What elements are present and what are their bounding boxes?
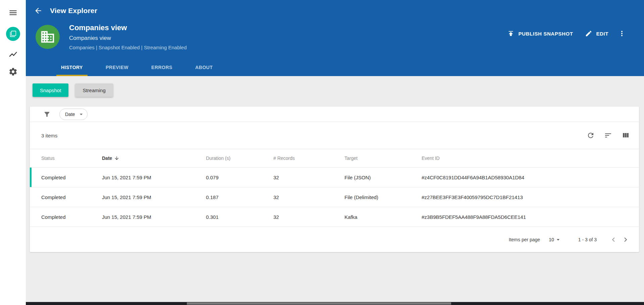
table-row[interactable]: Completed Jun 15, 2021 7:59 PM 0.187 32 … — [30, 187, 639, 207]
content-area: Snapshot Streaming Date 3 items — [26, 76, 644, 305]
column-label: # Records — [273, 156, 295, 161]
page-title: View Explorer — [50, 7, 97, 15]
chevron-right-icon — [621, 235, 630, 244]
cell-status: Completed — [30, 168, 102, 187]
more-options-button[interactable] — [616, 26, 628, 41]
table-row[interactable]: Completed Jun 15, 2021 7:59 PM 0.079 32 … — [30, 168, 639, 187]
history-table: Status Date Duration (s) # Records Targe… — [30, 149, 639, 227]
funnel-icon — [43, 111, 51, 118]
tab-errors[interactable]: ERRORS — [147, 59, 177, 76]
back-button[interactable] — [31, 4, 45, 18]
sort-button[interactable] — [602, 129, 614, 141]
kebab-menu-icon — [618, 29, 626, 38]
edit-button[interactable]: EDIT — [580, 26, 613, 41]
tab-preview[interactable]: PREVIEW — [101, 59, 133, 76]
back-arrow-icon — [34, 6, 43, 15]
pencil-icon — [585, 30, 592, 37]
chevron-down-icon — [78, 111, 85, 118]
filter-button[interactable] — [43, 111, 51, 118]
view-columns-icon — [622, 131, 630, 139]
view-info: Companies view Companies view Companies … — [69, 21, 187, 50]
snapshot-toggle-button[interactable]: Snapshot — [33, 83, 68, 97]
building-icon — [40, 29, 55, 45]
items-per-page-label: Items per page — [509, 237, 540, 242]
cell-date: Jun 15, 2021 7:59 PM — [102, 168, 206, 187]
trending-chart-icon — [8, 50, 18, 59]
app-sidebar — [0, 0, 26, 305]
page-range: 1 - 3 of 3 — [578, 237, 597, 242]
sidebar-item-settings[interactable] — [6, 64, 20, 79]
view-meta: Companies | Snapshot Enabled | Streaming… — [69, 45, 187, 50]
paginator: Items per page 10 1 - 3 of 3 — [30, 227, 639, 252]
app-logo[interactable] — [6, 27, 20, 41]
sidebar-item-activity[interactable] — [6, 47, 20, 62]
history-mode-toggle: Snapshot Streaming — [33, 83, 639, 97]
cell-event-id: #z27BEE3FF3E3F40059795DC7D1BF21413 — [421, 187, 639, 207]
column-header-event-id[interactable]: Event ID — [421, 149, 639, 168]
column-label: Status — [41, 156, 55, 161]
header-actions: PUBLISH SNAPSHOT EDIT — [502, 21, 628, 41]
cell-target: File (JSON) — [344, 168, 421, 187]
scrollbar-thumb[interactable] — [187, 302, 451, 305]
date-filter-chip[interactable]: Date — [59, 109, 88, 120]
column-header-date[interactable]: Date — [102, 149, 206, 168]
cell-event-id: #z3B9B5FDEF5AA488F9A88FDA5D6CEE141 — [421, 207, 639, 227]
sort-desc-arrow-icon — [114, 156, 119, 161]
filter-bar: Date — [30, 107, 639, 122]
tab-about[interactable]: ABOUT — [191, 59, 217, 76]
view-summary: Companies view Companies view Companies … — [26, 21, 644, 59]
cell-records: 32 — [273, 187, 344, 207]
refresh-icon — [587, 131, 595, 139]
cell-date: Jun 15, 2021 7:59 PM — [102, 207, 206, 227]
edit-label: EDIT — [596, 31, 608, 37]
column-header-status[interactable]: Status — [30, 149, 102, 168]
hamburger-icon — [8, 8, 18, 17]
refresh-button[interactable] — [585, 129, 597, 141]
views-logo-icon — [10, 30, 16, 37]
column-label: Date — [102, 156, 112, 161]
column-header-duration[interactable]: Duration (s) — [206, 149, 273, 168]
cell-status: Completed — [30, 187, 102, 207]
cell-duration: 0.301 — [206, 207, 273, 227]
hamburger-menu-button[interactable] — [6, 5, 20, 20]
cell-target: File (Delimited) — [344, 187, 421, 207]
cell-duration: 0.187 — [206, 187, 273, 207]
sort-icon — [604, 131, 612, 139]
items-count: 3 items — [41, 133, 57, 138]
view-title: Companies view — [69, 23, 187, 32]
next-page-button[interactable] — [620, 234, 632, 246]
column-label: Target — [344, 156, 358, 161]
tab-history[interactable]: HISTORY — [56, 59, 88, 76]
publish-snapshot-button[interactable]: PUBLISH SNAPSHOT — [502, 26, 578, 41]
chevron-left-icon — [609, 235, 618, 244]
publish-icon — [507, 30, 515, 37]
view-avatar — [36, 25, 60, 49]
column-label: Event ID — [422, 156, 440, 161]
horizontal-scrollbar[interactable] — [0, 302, 644, 305]
column-label: Duration (s) — [206, 156, 230, 161]
cell-date: Jun 15, 2021 7:59 PM — [102, 187, 206, 207]
tab-bar: HISTORY PREVIEW ERRORS ABOUT — [26, 59, 644, 76]
prev-page-button[interactable] — [607, 234, 620, 246]
streaming-toggle-button[interactable]: Streaming — [75, 83, 113, 97]
column-header-target[interactable]: Target — [344, 149, 421, 168]
main-area: View Explorer Companies view Companies v… — [26, 0, 644, 305]
items-per-page-value: 10 — [549, 237, 554, 242]
chevron-down-icon — [555, 236, 561, 243]
table-toolbar: 3 items — [30, 122, 639, 149]
cell-duration: 0.079 — [206, 168, 273, 187]
items-per-page-select[interactable]: 10 — [549, 236, 561, 243]
cell-status: Completed — [30, 207, 102, 227]
cell-records: 32 — [273, 207, 344, 227]
column-header-records[interactable]: # Records — [273, 149, 344, 168]
cell-records: 32 — [273, 168, 344, 187]
cell-target: Kafka — [344, 207, 421, 227]
history-card: Date 3 items — [30, 107, 639, 252]
cell-event-id: #z4CF0C8191DD44F6A94B1AD58930A1D84 — [421, 168, 639, 187]
view-subtitle: Companies view — [69, 35, 187, 42]
table-row[interactable]: Completed Jun 15, 2021 7:59 PM 0.301 32 … — [30, 207, 639, 227]
view-explorer-header: View Explorer Companies view Companies v… — [26, 0, 644, 76]
publish-snapshot-label: PUBLISH SNAPSHOT — [518, 31, 573, 37]
columns-button[interactable] — [620, 129, 632, 141]
table-header-row: Status Date Duration (s) # Records Targe… — [30, 149, 639, 168]
